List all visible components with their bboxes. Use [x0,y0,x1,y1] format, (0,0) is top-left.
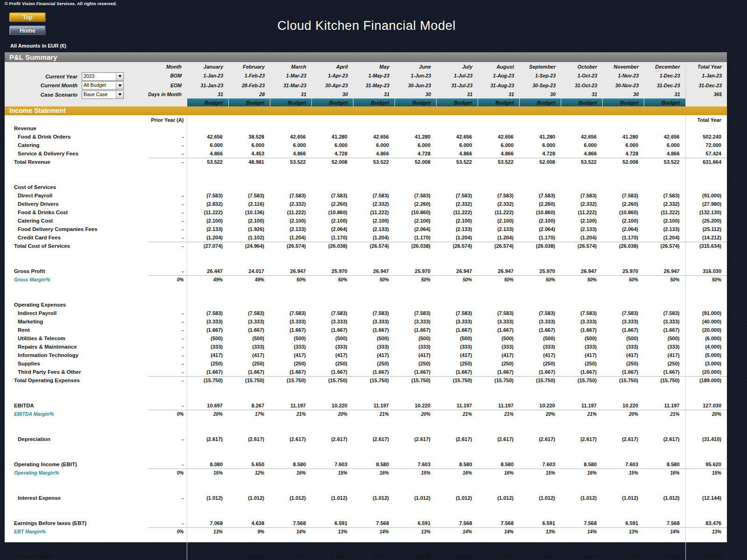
cell [311,183,353,191]
month-value: 7.603 [311,460,353,469]
dropdown-case-scenario[interactable]: Base Case [82,91,124,99]
spacer-row [5,477,727,485]
cell [187,502,228,511]
month-value: (2.064) [395,225,436,233]
cell [436,183,478,191]
cell [187,485,228,494]
cell [561,301,602,309]
month-value: (26.574) [436,242,478,250]
cell [311,259,353,267]
cell [148,536,187,544]
cell [519,536,561,544]
chevron-down-icon[interactable] [116,91,123,98]
spacer-row [5,485,727,494]
dropdown-current-month[interactable]: All Budget [82,81,124,90]
cell [602,427,644,435]
total-row-label: Total Revenue [5,158,148,166]
cell [187,259,228,267]
table-row: Rent-(1.667)(1.667)(1.667)(1.667)(1.667)… [5,326,727,334]
calendar-total-cell: 31-Dec-23 [685,80,727,90]
control-rows: Current Year2023Current MonthAll BudgetC… [22,72,124,99]
cell [148,301,187,309]
cell [685,477,727,485]
month-value: (2.332) [436,200,478,208]
month-value: 11.197 [478,401,519,410]
cell [644,511,685,519]
month-value: (1.667) [311,326,353,334]
cell [602,544,644,553]
spacer-row [5,544,727,553]
month-value: 26.947 [478,267,519,275]
total-row-label: Total Cost of Services [5,242,148,250]
table-row: Operating Margin%0%15%12%16%15%16%15%16%… [5,469,727,477]
calendar-cell: 1-Nov-23 [602,71,644,80]
month-value: (1.012) [311,494,353,502]
cell [270,393,311,401]
month-value: (1.204) [644,233,685,242]
dropdown-current-year[interactable]: 2023 [82,72,124,81]
cell [311,536,353,544]
cell [353,124,395,133]
month-value: 41.280 [602,133,644,141]
cell [436,175,478,183]
cell [395,250,436,259]
cell [311,301,353,309]
month-value: (1.667) [228,368,270,376]
cell [148,175,187,183]
month-value: 20% [602,410,644,418]
month-value: 21% [561,410,602,418]
month-value: 14% [478,527,519,536]
spacer-row [5,511,727,519]
month-value: (333) [436,343,478,351]
month-value: (15.750) [270,376,311,385]
month-value: (500) [187,334,228,343]
cell [148,250,187,259]
month-value: (2.064) [311,225,353,233]
month-value: (7.583) [644,309,685,317]
chevron-down-icon[interactable] [116,73,123,80]
chevron-down-icon[interactable] [116,82,123,89]
table-row: Operating Income (EBIT)-8.0805.6508.5807… [5,460,727,469]
cell [353,511,395,519]
row-label [5,259,148,267]
month-value: 50% [644,275,685,284]
cell [602,443,644,452]
month-value: 6.591 [311,519,353,527]
month-value: (333) [519,343,561,351]
month-value: 7.603 [395,460,436,469]
table-row: Cost of Services [5,183,727,191]
month-value: (2.133) [436,225,478,233]
table-row: EBT Margin%0%13%9%14%13%14%13%14%14%13%1… [5,527,727,536]
cell [685,502,727,511]
month-value: 7.068 [187,519,228,527]
row-label [5,427,148,435]
calendar-cell: 31-Oct-23 [561,80,602,90]
cell [395,124,436,133]
cell [148,452,187,460]
month-value: 16% [353,469,395,477]
cell [395,292,436,301]
dropdown-arrow-glyph [118,93,122,96]
prior-year-value: - [148,149,187,158]
cell [436,259,478,267]
cell [228,183,270,191]
cell [436,124,478,133]
cell [311,175,353,183]
dropdown-selected-value: Base Case [82,91,116,98]
cell [644,393,685,401]
dropdown-arrow-glyph [118,75,122,77]
month-value: (15.750) [395,376,436,385]
month-value: (2.617) [644,435,685,443]
cell [270,124,311,133]
month-value: (2.617) [395,435,436,443]
cell [685,385,727,393]
cell [561,183,602,191]
month-value: 10.220 [311,401,353,410]
calendar-row-label: Month [5,62,187,71]
month-value: 7.568 [353,519,395,527]
month-value: (7.583) [644,191,685,200]
month-value: (500) [395,334,436,343]
month-value: (2.260) [602,200,644,208]
month-value: (250) [561,359,602,368]
cell [478,443,519,452]
